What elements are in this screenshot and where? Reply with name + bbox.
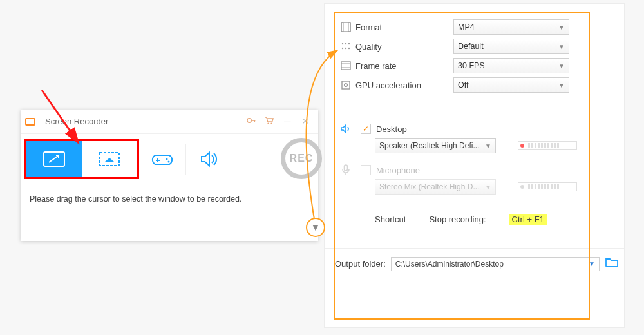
microphone-level-meter (518, 182, 577, 191)
desktop-label: Desktop (376, 124, 407, 134)
svg-rect-13 (341, 23, 343, 32)
microphone-icon (336, 164, 355, 177)
key-icon[interactable] (242, 115, 260, 128)
svg-rect-14 (348, 23, 350, 32)
output-path-combo[interactable]: C:\Users\Administrator\Desktop ▼ (391, 257, 600, 271)
svg-rect-21 (341, 62, 350, 70)
svg-point-3 (247, 119, 251, 122)
desktop-checkbox[interactable]: ✓ (361, 124, 371, 134)
svg-rect-5 (254, 120, 256, 122)
svg-rect-2 (26, 119, 34, 124)
mode-toolbar: REC (21, 134, 318, 184)
format-value: MP4 (458, 23, 475, 32)
desktop-audio-row: ✓ Desktop (336, 122, 616, 135)
svg-rect-24 (342, 81, 350, 89)
screen-recorder-window: Screen Recorder ─ × REC Please dra (21, 110, 318, 241)
svg-rect-26 (345, 165, 348, 171)
microphone-device-value: Stereo Mix (Realtek High D... (379, 182, 479, 191)
svg-point-20 (348, 48, 350, 49)
shortcut-action: Stop recording: (429, 215, 486, 224)
gpu-label: GPU acceleration (355, 81, 453, 90)
fps-icon (336, 60, 355, 72)
recorder-app-icon (23, 115, 40, 129)
quality-row: Quality Default▼ (336, 39, 616, 54)
expand-settings-button[interactable]: ▼ (306, 218, 325, 237)
format-row: Format MP4▼ (336, 19, 616, 35)
desktop-device-combo[interactable]: Speaker (Realtek High Defi...▼ (375, 138, 496, 153)
record-label: REC (290, 153, 314, 164)
desktop-device-row: Speaker (Realtek High Defi...▼ (375, 138, 616, 153)
output-path-value: C:\Users\Administrator\Desktop (395, 260, 504, 269)
window-title: Screen Recorder (45, 117, 242, 126)
microphone-device-row: Stereo Mix (Realtek High D...▼ (375, 179, 616, 195)
record-button[interactable]: REC (281, 138, 322, 179)
gpu-row: GPU acceleration Off▼ (336, 77, 616, 93)
shortcut-row: Shortcut Stop recording: Ctrl + F1 (375, 214, 616, 225)
output-row: Output folder: C:\Users\Administrator\De… (325, 249, 624, 271)
chevron-down-icon: ▼ (558, 24, 565, 31)
desktop-level-meter (518, 141, 577, 150)
open-folder-button[interactable] (605, 256, 619, 271)
quality-combo[interactable]: Default▼ (453, 39, 569, 54)
chevron-down-icon: ▼ (485, 142, 491, 149)
shortcut-label: Shortcut (375, 215, 406, 224)
svg-point-11 (168, 160, 170, 162)
region-select-button[interactable] (26, 141, 82, 177)
quality-value: Default (458, 42, 484, 51)
desktop-device-value: Speaker (Realtek High Defi... (379, 141, 479, 150)
format-combo[interactable]: MP4▼ (453, 19, 569, 35)
audio-mode-button[interactable] (186, 139, 232, 180)
format-label: Format (355, 23, 453, 32)
svg-rect-12 (341, 23, 350, 32)
chevron-down-icon: ▼ (558, 43, 565, 50)
gpu-combo[interactable]: Off▼ (453, 77, 569, 93)
fps-value: 30 FPS (458, 61, 485, 70)
highlighted-mode-group (24, 139, 139, 179)
format-icon (336, 21, 355, 33)
microphone-row: ✓ Microphone (336, 164, 616, 177)
svg-point-6 (267, 122, 269, 124)
svg-point-16 (345, 43, 346, 44)
svg-point-7 (270, 122, 272, 124)
chevron-down-icon: ▼ (558, 82, 565, 89)
gpu-icon (336, 79, 355, 91)
svg-point-15 (342, 43, 343, 44)
quality-icon (336, 41, 355, 52)
close-button[interactable]: × (296, 115, 314, 128)
svg-point-19 (345, 48, 346, 49)
fps-row: Frame rate 30 FPS▼ (336, 58, 616, 73)
chevron-down-icon: ▼ (485, 184, 491, 191)
chevron-down-icon: ▼ (558, 62, 565, 70)
instruction-text: Please drag the cursor to select the win… (21, 184, 318, 214)
shortcut-keys[interactable]: Ctrl + F1 (509, 214, 547, 225)
svg-point-25 (345, 84, 348, 87)
output-label: Output folder: (335, 259, 386, 269)
svg-point-18 (342, 48, 343, 49)
svg-point-17 (348, 43, 350, 44)
gpu-value: Off (458, 81, 468, 90)
microphone-checkbox[interactable]: ✓ (361, 165, 371, 175)
speaker-icon (336, 122, 355, 135)
quality-label: Quality (355, 42, 453, 52)
fps-combo[interactable]: 30 FPS▼ (453, 58, 569, 73)
fullscreen-button[interactable] (82, 141, 137, 177)
settings-panel: Format MP4▼ Quality Default▼ Frame rate … (324, 3, 625, 328)
fps-label: Frame rate (355, 61, 453, 71)
chevron-down-icon: ▼ (589, 260, 595, 267)
microphone-device-combo[interactable]: Stereo Mix (Realtek High D...▼ (375, 179, 496, 195)
titlebar: Screen Recorder ─ × (21, 110, 318, 134)
cart-icon[interactable] (260, 115, 278, 128)
microphone-label: Microphone (376, 166, 420, 175)
game-mode-button[interactable] (139, 139, 185, 180)
minimize-button[interactable]: ─ (278, 116, 296, 127)
svg-point-10 (166, 158, 168, 160)
